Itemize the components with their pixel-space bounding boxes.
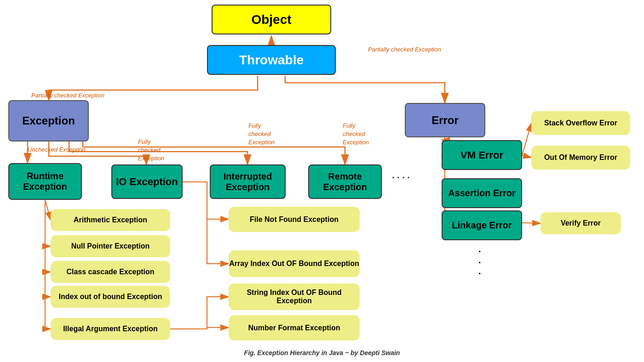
interrupted-label: Interrupted Exception [211, 171, 285, 192]
dots-horizontal: . . . . [392, 170, 410, 181]
io-label: IO Exception [116, 176, 178, 188]
illegalarg-node: Illegal Argument Exception [51, 318, 170, 340]
exception-label: Exception [22, 114, 75, 127]
arraybound-node: Array Index Out OF Bound Exception [229, 250, 360, 277]
fully-checked-label-3: FullycheckedException [343, 122, 369, 147]
fully-checked-label-2: FullycheckedException [248, 122, 275, 147]
indexbound-label: Index out of bound Exception [59, 293, 162, 301]
io-node: IO Exception [111, 164, 183, 199]
numberformat-node: Number Format Exception [229, 315, 360, 340]
filenotfound-label: File Not Found Exception [250, 215, 339, 224]
linkage-label: Linkage Error [452, 220, 512, 231]
throwable-node: Throwable [207, 45, 336, 75]
runtime-label: Runtime Exception [9, 171, 81, 192]
linkage-node: Linkage Error [442, 210, 522, 240]
nullpointer-label: Null Pointer Exception [71, 242, 150, 250]
svg-line-11 [522, 223, 540, 223]
outofmemory-node: Out Of Memory Error [531, 146, 630, 170]
svg-line-9 [522, 123, 531, 155]
assertion-label: Assertion Error [448, 188, 516, 198]
partially-checked-label-left: Partially checked Exception [31, 92, 104, 99]
classcascade-node: Class cascade Exception [51, 261, 170, 283]
remote-node: Remote Exception [308, 164, 382, 199]
outofmemory-label: Out Of Memory Error [544, 153, 617, 162]
stringbound-label: String Index Out OF Bound Exception [229, 288, 360, 305]
nullpointer-node: Null Pointer Exception [51, 235, 170, 257]
assertion-node: Assertion Error [442, 178, 522, 208]
error-node: Error [405, 103, 485, 137]
caption: Fig. Exception Hierarchy in Java ~ by De… [244, 349, 400, 356]
arithmetic-node: Arithmetic Exception [51, 209, 170, 231]
interrupted-node: Interrupted Exception [210, 164, 286, 199]
verifyerror-node: Verify Error [540, 212, 621, 234]
dots-vertical: ... [478, 243, 481, 277]
exception-node: Exception [8, 100, 89, 141]
unchecked-label: Unchecked Exception [28, 146, 86, 153]
numberformat-label: Number Format Exception [248, 324, 340, 332]
object-label: Object [251, 12, 291, 27]
arithmetic-label: Arithmetic Exception [74, 216, 147, 224]
partially-checked-label-right: Partially checked Exception [368, 46, 441, 53]
throwable-label: Throwable [239, 53, 304, 68]
remote-label: Remote Exception [309, 171, 381, 192]
stackoverflow-label: Stack Overflow Error [544, 119, 617, 127]
error-label: Error [431, 114, 459, 127]
svg-line-10 [522, 155, 531, 158]
classcascade-label: Class cascade Exception [66, 268, 154, 276]
object-node: Object [212, 5, 331, 34]
arraybound-label: Array Index Out OF Bound Exception [229, 260, 359, 268]
indexbound-node: Index out of bound Exception [51, 286, 170, 308]
illegalarg-label: Illegal Argument Exception [63, 325, 158, 333]
svg-line-2 [45, 200, 51, 220]
vmerror-node: VM Error [442, 140, 522, 170]
stringbound-node: String Index Out OF Bound Exception [229, 283, 360, 310]
fully-checked-label-1: FullycheckedException [138, 138, 164, 163]
vmerror-label: VM Error [460, 149, 503, 161]
runtime-node: Runtime Exception [8, 163, 82, 200]
filenotfound-node: File Not Found Exception [229, 207, 360, 232]
verifyerror-label: Verify Error [561, 219, 601, 227]
stackoverflow-node: Stack Overflow Error [531, 111, 630, 135]
